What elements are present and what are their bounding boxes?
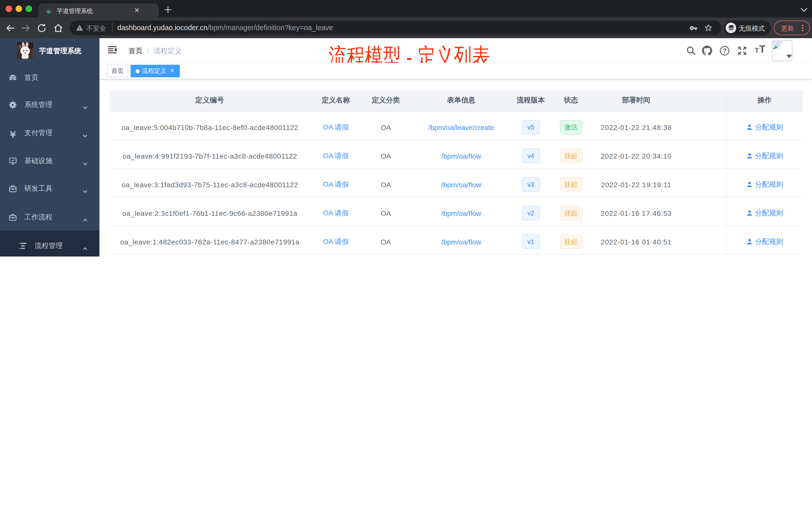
- svg-text:?: ?: [723, 47, 727, 54]
